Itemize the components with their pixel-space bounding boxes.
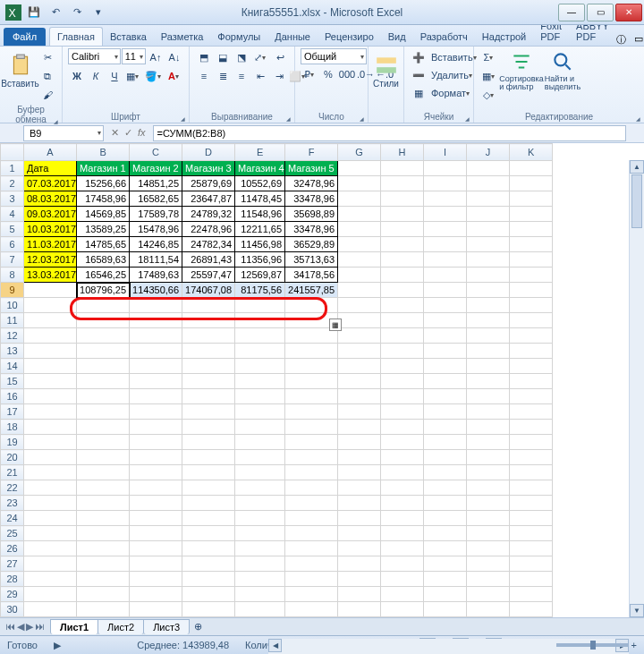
- cell-empty[interactable]: [235, 389, 285, 404]
- minimize-button[interactable]: —: [558, 4, 585, 21]
- cell-empty[interactable]: [130, 496, 182, 511]
- cell-empty[interactable]: [235, 511, 285, 526]
- cell-empty[interactable]: [510, 176, 553, 191]
- row-header-26[interactable]: 26: [1, 541, 24, 556]
- cell-empty[interactable]: [467, 572, 510, 587]
- scroll-up-icon[interactable]: ▲: [630, 160, 644, 174]
- col-header-F[interactable]: F: [285, 144, 338, 161]
- cell-empty[interactable]: [424, 420, 467, 435]
- cell-empty[interactable]: [510, 237, 553, 252]
- cell-B5[interactable]: 13589,25: [77, 222, 130, 237]
- sheet-tab-0[interactable]: Лист1: [50, 619, 98, 634]
- tab-file[interactable]: Файл: [4, 28, 46, 46]
- cell-empty[interactable]: [338, 313, 381, 328]
- shrink-font-icon[interactable]: A↓: [165, 48, 183, 66]
- cell-E4[interactable]: 11548,96: [235, 207, 285, 222]
- cell-empty[interactable]: [510, 587, 553, 602]
- cell-empty[interactable]: [285, 420, 338, 435]
- col-header-B[interactable]: B: [77, 144, 130, 161]
- wrap-text-icon[interactable]: ↩: [271, 48, 289, 66]
- cell-empty[interactable]: [235, 298, 285, 313]
- cell-empty[interactable]: [338, 222, 381, 237]
- cell-empty[interactable]: [182, 587, 235, 602]
- cell-empty[interactable]: [510, 511, 553, 526]
- cell-D9[interactable]: 174067,08: [182, 283, 235, 298]
- cell-empty[interactable]: [338, 556, 381, 572]
- cell-D3[interactable]: 23647,87: [182, 191, 235, 207]
- cell-empty[interactable]: [467, 298, 510, 313]
- cell-empty[interactable]: [338, 511, 381, 526]
- cell-empty[interactable]: [182, 328, 235, 344]
- cell-empty[interactable]: [381, 541, 424, 556]
- sheet-tab-1[interactable]: Лист2: [97, 619, 144, 634]
- cell-empty[interactable]: [235, 617, 285, 618]
- cell-empty[interactable]: [467, 191, 510, 207]
- cell-empty[interactable]: [24, 344, 77, 359]
- cell-F9[interactable]: 241557,85: [285, 283, 338, 298]
- cell-empty[interactable]: [510, 344, 553, 359]
- cell-empty[interactable]: [467, 344, 510, 359]
- cell-empty[interactable]: [467, 237, 510, 252]
- worksheet-area[interactable]: ABCDEFGHIJK1ДатаМагазин 1Магазин 2Магази…: [0, 143, 644, 617]
- cell-F2[interactable]: 32478,96: [285, 176, 338, 191]
- row-header-28[interactable]: 28: [1, 572, 24, 587]
- formula-bar[interactable]: =СУММ(B2:B8): [153, 125, 626, 141]
- cell-C3[interactable]: 16582,65: [130, 191, 182, 207]
- cell-empty[interactable]: [510, 496, 553, 511]
- cell-empty[interactable]: [338, 344, 381, 359]
- cell-empty[interactable]: [510, 313, 553, 328]
- cell-empty[interactable]: [424, 450, 467, 465]
- cell-C8[interactable]: 17489,63: [130, 268, 182, 283]
- tab-8[interactable]: Надстрой: [475, 28, 533, 46]
- cell-empty[interactable]: [467, 526, 510, 541]
- cell-empty[interactable]: [182, 496, 235, 511]
- cell-empty[interactable]: [24, 328, 77, 344]
- tab-0[interactable]: Главная: [49, 27, 103, 46]
- cell-empty[interactable]: [182, 420, 235, 435]
- cell-A1[interactable]: Дата: [24, 161, 77, 176]
- cell-E1[interactable]: Магазин 4: [235, 161, 285, 176]
- cell-E2[interactable]: 10552,69: [235, 176, 285, 191]
- cell-empty[interactable]: [424, 283, 467, 298]
- row-header-3[interactable]: 3: [1, 191, 24, 207]
- cell-empty[interactable]: [285, 359, 338, 374]
- cell-empty[interactable]: [338, 389, 381, 404]
- cell-empty[interactable]: [381, 511, 424, 526]
- cell-E3[interactable]: 11478,45: [235, 191, 285, 207]
- cell-empty[interactable]: [424, 480, 467, 496]
- cell-empty[interactable]: [130, 480, 182, 496]
- cell-empty[interactable]: [77, 404, 130, 420]
- align-middle-icon[interactable]: ⬓: [214, 48, 232, 66]
- cell-empty[interactable]: [381, 222, 424, 237]
- cell-empty[interactable]: [130, 344, 182, 359]
- cell-empty[interactable]: [77, 420, 130, 435]
- cell-empty[interactable]: [424, 344, 467, 359]
- row-header-8[interactable]: 8: [1, 268, 24, 283]
- cell-empty[interactable]: [467, 176, 510, 191]
- cell-empty[interactable]: [77, 389, 130, 404]
- cell-empty[interactable]: [24, 617, 77, 618]
- col-header-H[interactable]: H: [381, 144, 424, 161]
- cell-empty[interactable]: [130, 511, 182, 526]
- row-header-14[interactable]: 14: [1, 359, 24, 374]
- cell-empty[interactable]: [381, 572, 424, 587]
- cell-A4[interactable]: 09.03.2017: [24, 207, 77, 222]
- ribbon-min-icon[interactable]: ▭: [634, 33, 644, 46]
- cell-empty[interactable]: [424, 252, 467, 268]
- cell-empty[interactable]: [381, 359, 424, 374]
- cell-empty[interactable]: [338, 435, 381, 450]
- cell-empty[interactable]: [424, 435, 467, 450]
- cell-empty[interactable]: [510, 526, 553, 541]
- cell-empty[interactable]: [285, 435, 338, 450]
- cell-empty[interactable]: [235, 480, 285, 496]
- cell-empty[interactable]: [424, 374, 467, 389]
- cell-C7[interactable]: 18111,54: [130, 252, 182, 268]
- cell-empty[interactable]: [467, 359, 510, 374]
- cell-empty[interactable]: [424, 298, 467, 313]
- cell-empty[interactable]: [381, 587, 424, 602]
- cell-A7[interactable]: 12.03.2017: [24, 252, 77, 268]
- cell-empty[interactable]: [130, 541, 182, 556]
- scroll-left-icon[interactable]: ◀: [268, 639, 282, 652]
- cell-empty[interactable]: [381, 480, 424, 496]
- sheet-tab-2[interactable]: Лист3: [143, 619, 190, 634]
